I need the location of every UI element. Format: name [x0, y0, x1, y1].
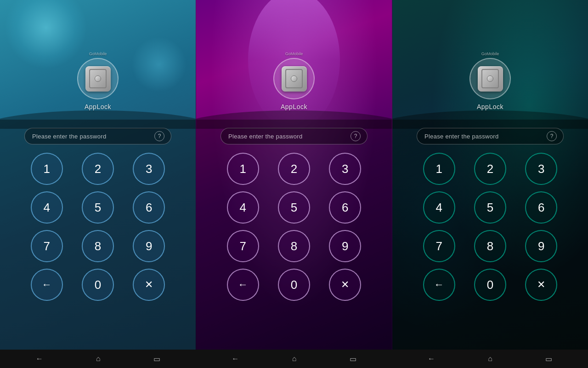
safe-icon-1 — [85, 66, 111, 92]
app-label-2: AppLock — [281, 103, 307, 110]
panel-purple-bottom: Please enter the password ? 1 2 3 4 5 6 … — [196, 120, 392, 350]
gomobile-label-1: GoMobile — [89, 52, 107, 56]
nav-section-2: ← ⌂ ▭ — [196, 355, 392, 363]
app-icon-container-2 — [273, 58, 315, 99]
key-1-4[interactable]: 4 — [31, 191, 63, 224]
key-3-4[interactable]: 4 — [423, 191, 455, 224]
key-1-0[interactable]: 0 — [82, 269, 114, 301]
key-1-3[interactable]: 3 — [133, 153, 165, 185]
key-2-8[interactable]: 8 — [278, 230, 310, 262]
key-1-8[interactable]: 8 — [82, 230, 114, 262]
key-2-4[interactable]: 4 — [227, 191, 259, 224]
app-label-3: AppLock — [477, 103, 503, 110]
key-1-9[interactable]: 9 — [133, 230, 165, 262]
panel-blue-bottom: Please enter the password ? 1 2 3 4 5 6 … — [0, 120, 196, 350]
keypad-3: 1 2 3 4 5 6 7 8 9 ← 0 ✕ — [417, 153, 564, 301]
recent-icon-3[interactable]: ▭ — [545, 355, 552, 363]
safe-door-1 — [89, 69, 107, 88]
panels-container: GoMobile AppLock Please enter the passwo… — [0, 0, 588, 350]
panel-purple: GoMobile AppLock Please enter the passwo… — [196, 0, 392, 350]
recent-icon-2[interactable]: ▭ — [350, 355, 356, 363]
key-1-7[interactable]: 7 — [31, 230, 63, 262]
help-button-2[interactable]: ? — [351, 131, 361, 141]
back-icon-3[interactable]: ← — [428, 355, 435, 363]
key-3-1[interactable]: 1 — [423, 153, 455, 185]
help-button-1[interactable]: ? — [154, 131, 164, 141]
panel-teal: GoMobile AppLock Please enter the passwo… — [392, 0, 588, 350]
key-3-clear[interactable]: ✕ — [525, 269, 557, 301]
password-bar-2[interactable]: Please enter the password ? — [220, 128, 368, 144]
password-bar-1[interactable]: Please enter the password ? — [24, 128, 171, 144]
key-2-back[interactable]: ← — [227, 269, 259, 301]
password-text-1: Please enter the password — [32, 133, 154, 140]
safe-handle-2 — [291, 75, 297, 82]
key-3-2[interactable]: 2 — [474, 153, 506, 185]
key-3-back[interactable]: ← — [423, 269, 455, 301]
nav-bar: ← ⌂ ▭ ← ⌂ ▭ ← ⌂ ▭ — [0, 350, 588, 368]
key-1-6[interactable]: 6 — [133, 191, 165, 224]
gomobile-label-3: GoMobile — [481, 52, 499, 56]
password-bar-3[interactable]: Please enter the password ? — [417, 128, 564, 144]
key-3-0[interactable]: 0 — [474, 269, 506, 301]
key-3-7[interactable]: 7 — [423, 230, 455, 262]
key-2-clear[interactable]: ✕ — [329, 269, 361, 301]
keypad-1: 1 2 3 4 5 6 7 8 9 ← 0 ✕ — [24, 153, 171, 301]
panel-blue-top: GoMobile AppLock — [0, 0, 196, 120]
key-1-1[interactable]: 1 — [31, 153, 63, 185]
safe-handle-3 — [487, 75, 493, 82]
key-2-2[interactable]: 2 — [278, 153, 310, 185]
recent-icon-1[interactable]: ▭ — [153, 355, 160, 363]
password-text-3: Please enter the password — [424, 133, 547, 140]
key-1-back[interactable]: ← — [31, 269, 63, 301]
key-2-9[interactable]: 9 — [329, 230, 361, 262]
key-1-clear[interactable]: ✕ — [133, 269, 165, 301]
panel-teal-bottom: Please enter the password ? 1 2 3 4 5 6 … — [392, 120, 588, 350]
key-3-3[interactable]: 3 — [525, 153, 557, 185]
app-label-1: AppLock — [85, 103, 111, 110]
panel-teal-top: GoMobile AppLock — [392, 0, 588, 120]
app-icon-container-1 — [77, 58, 119, 99]
key-2-0[interactable]: 0 — [278, 269, 310, 301]
safe-handle-1 — [95, 75, 101, 82]
app-icon-container-3 — [469, 58, 511, 99]
key-2-6[interactable]: 6 — [329, 191, 361, 224]
safe-icon-2 — [282, 66, 307, 92]
key-1-2[interactable]: 2 — [82, 153, 114, 185]
key-3-5[interactable]: 5 — [474, 191, 506, 224]
safe-door-2 — [285, 69, 303, 88]
nav-section-3: ← ⌂ ▭ — [392, 355, 588, 363]
keypad-2: 1 2 3 4 5 6 7 8 9 ← 0 ✕ — [220, 153, 368, 301]
back-icon-2[interactable]: ← — [232, 355, 239, 363]
gomobile-label-2: GoMobile — [285, 52, 303, 56]
home-icon-3[interactable]: ⌂ — [488, 355, 492, 363]
key-2-1[interactable]: 1 — [227, 153, 259, 185]
home-icon-2[interactable]: ⌂ — [292, 355, 297, 363]
password-text-2: Please enter the password — [228, 133, 351, 140]
safe-door-3 — [481, 69, 499, 88]
help-button-3[interactable]: ? — [547, 131, 557, 141]
home-icon-1[interactable]: ⌂ — [96, 355, 101, 363]
key-2-5[interactable]: 5 — [278, 191, 310, 224]
key-3-6[interactable]: 6 — [525, 191, 557, 224]
key-3-9[interactable]: 9 — [525, 230, 557, 262]
key-2-7[interactable]: 7 — [227, 230, 259, 262]
key-2-3[interactable]: 3 — [329, 153, 361, 185]
safe-icon-3 — [478, 66, 503, 92]
key-3-8[interactable]: 8 — [474, 230, 506, 262]
back-icon-1[interactable]: ← — [36, 355, 43, 363]
key-1-5[interactable]: 5 — [82, 191, 114, 224]
panel-blue: GoMobile AppLock Please enter the passwo… — [0, 0, 196, 350]
nav-section-1: ← ⌂ ▭ — [0, 355, 196, 363]
panel-purple-top: GoMobile AppLock — [196, 0, 392, 120]
